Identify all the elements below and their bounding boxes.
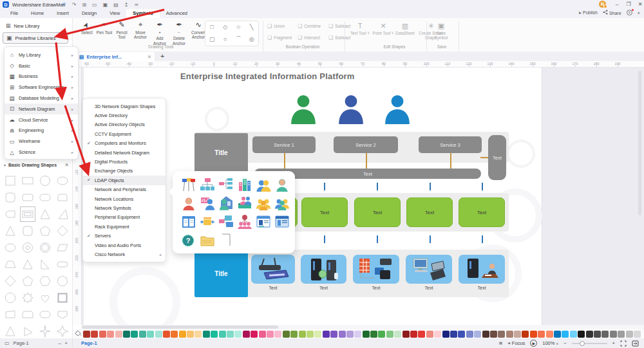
library-item-software-engineering[interactable]: ⊞Software Engineering▸ — [5, 82, 78, 93]
equipment-box-router-switch[interactable] — [251, 255, 295, 284]
green-text-box[interactable]: Text — [354, 197, 401, 227]
color-swatch[interactable] — [147, 331, 154, 338]
color-swatch[interactable] — [107, 331, 114, 338]
panel-collapse-icon[interactable]: ▾ — [4, 163, 6, 167]
color-swatch[interactable] — [458, 331, 465, 338]
shape-glyph-0[interactable]: □ — [211, 24, 214, 30]
shape-rounded-rect2[interactable] — [37, 190, 53, 205]
collapse-ribbon-button[interactable]: ∧ — [638, 10, 640, 15]
corner-line-symbol[interactable] — [218, 233, 234, 250]
horizontal-scrollbar[interactable] — [82, 325, 644, 329]
shape-trapezoid[interactable] — [3, 257, 18, 272]
dual-person-symbol[interactable] — [256, 177, 271, 194]
color-swatch[interactable] — [482, 331, 489, 338]
layers-icon[interactable]: ≋ — [498, 340, 502, 346]
equipment-box-desktop-laptop[interactable] — [406, 255, 452, 284]
color-swatch[interactable] — [363, 331, 370, 338]
submenu-item-cisco-network[interactable]: Cisco Network▸ — [83, 250, 166, 259]
person-icon[interactable] — [337, 95, 365, 127]
export-icon[interactable]: ↥ — [124, 2, 129, 8]
submenu-item-rack-equipment[interactable]: Rack Equipment — [83, 222, 166, 231]
submenu-item-detailed-network-diagram[interactable]: Detailed Network Diagram — [83, 148, 166, 157]
shape-glyph-2[interactable]: ☆ — [236, 24, 241, 30]
equipment-box-server-towers[interactable] — [301, 255, 346, 284]
service-box[interactable]: Service 1 — [252, 136, 316, 153]
color-swatch[interactable] — [227, 331, 234, 338]
library-item-science[interactable]: △Science▸ — [5, 147, 78, 158]
color-swatch[interactable] — [530, 331, 537, 338]
person-icon[interactable] — [384, 95, 411, 127]
select-button[interactable]: ➤Select — [77, 21, 97, 35]
shape-star4[interactable] — [55, 324, 70, 339]
shape-round-rect3[interactable] — [37, 307, 53, 322]
green-text-box[interactable]: Text — [406, 197, 453, 227]
desk-people-symbol[interactable] — [237, 196, 252, 213]
color-swatch[interactable] — [171, 331, 178, 338]
color-swatch[interactable] — [450, 331, 457, 338]
color-swatch[interactable] — [123, 331, 130, 338]
submenu-item-ldap-objects[interactable]: ✓LDAP Objects — [83, 176, 166, 185]
shape-half-round-rect[interactable] — [3, 206, 18, 222]
side-text-box[interactable]: Text — [488, 135, 506, 180]
color-swatch[interactable] — [234, 331, 242, 338]
color-swatch[interactable] — [83, 331, 90, 338]
submenu-item-active-directory-objects[interactable]: Active Directory Objects — [83, 120, 166, 129]
page-remove-button[interactable]: – — [58, 340, 61, 346]
color-swatch[interactable] — [194, 331, 202, 338]
shape-star8[interactable] — [20, 290, 35, 306]
color-swatch[interactable] — [267, 331, 274, 338]
browser-window-symbol[interactable] — [256, 214, 271, 232]
combine-button[interactable]: ❏Combine — [298, 23, 321, 29]
library-item-database-modeling[interactable]: ▤Database Modeling▸ — [5, 93, 78, 104]
shape-pentagon[interactable] — [37, 223, 53, 239]
new-icon[interactable]: ⊞ — [82, 2, 86, 8]
shape-glyph-3[interactable]: ╲ — [250, 24, 253, 30]
color-swatch[interactable] — [330, 331, 337, 338]
library-item-basic[interactable]: ◇Basic▸ — [5, 60, 78, 71]
color-swatch[interactable] — [474, 331, 481, 338]
add-anchor-button[interactable]: ✒+Add Anchor — [150, 21, 169, 46]
color-swatch[interactable] — [410, 331, 417, 338]
color-swatch[interactable] — [522, 331, 529, 338]
shape-octagon[interactable] — [3, 290, 18, 306]
shape-triangle2[interactable] — [3, 223, 18, 239]
fullscreen-icon[interactable] — [620, 340, 627, 347]
menu-home[interactable]: Home — [24, 9, 50, 18]
account-avatar[interactable]: R — [599, 1, 606, 8]
publish-button[interactable]: ➤ Publish — [578, 10, 598, 15]
shape-circle[interactable] — [37, 173, 53, 188]
group-mixed-symbol[interactable] — [274, 196, 290, 213]
customize-icon[interactable]: ≂ — [135, 2, 139, 8]
equipment-box-firewall-devices[interactable] — [353, 255, 399, 284]
color-swatch[interactable] — [546, 331, 553, 338]
menu-symbols[interactable]: Symbols — [126, 9, 159, 18]
color-swatch[interactable] — [203, 331, 210, 338]
library-item-engineering[interactable]: ⋒Engineering▸ — [5, 125, 78, 136]
color-swatch[interactable] — [418, 331, 425, 338]
flags-symbol[interactable] — [181, 177, 196, 194]
color-swatch[interactable] — [570, 331, 577, 338]
point-tool-button[interactable]: ✕Point Tool ˅ — [372, 22, 394, 35]
fill-bucket-icon[interactable] — [73, 330, 83, 338]
color-swatch[interactable] — [314, 331, 321, 338]
submenu-item-active-directory[interactable]: Active Directory — [83, 111, 166, 120]
delete-anchor-button[interactable]: ✒−Delete Anchor — [169, 21, 189, 46]
data-table-symbol[interactable] — [181, 214, 196, 232]
color-swatch[interactable] — [299, 331, 306, 338]
shape-star4-narrow[interactable] — [37, 324, 53, 339]
move-anchor-button[interactable]: ⌖Move Anchor — [131, 21, 150, 39]
color-swatch[interactable] — [307, 331, 314, 338]
help-badge-symbol[interactable]: ? — [181, 233, 196, 250]
undo-icon[interactable]: ↶ — [62, 2, 66, 8]
shape-frame-rect[interactable] — [20, 206, 35, 222]
tab-close-icon[interactable]: ✕ — [147, 54, 151, 60]
shape-ellipse2[interactable] — [3, 240, 18, 255]
green-text-box[interactable]: Text — [301, 197, 348, 227]
minimize-button[interactable]: – — [612, 0, 622, 8]
menu-advanced[interactable]: Advanced — [160, 9, 194, 18]
zoom-level[interactable]: 100% ∨ — [542, 340, 558, 346]
submenu-item-3d-network-diagram-shapes[interactable]: 3D Network Diagram Shapes — [83, 102, 166, 111]
library-item-network-diagram[interactable]: ⊡Network Diagram▸ — [5, 104, 78, 114]
color-swatch[interactable] — [554, 331, 561, 338]
color-swatch[interactable] — [354, 331, 361, 338]
